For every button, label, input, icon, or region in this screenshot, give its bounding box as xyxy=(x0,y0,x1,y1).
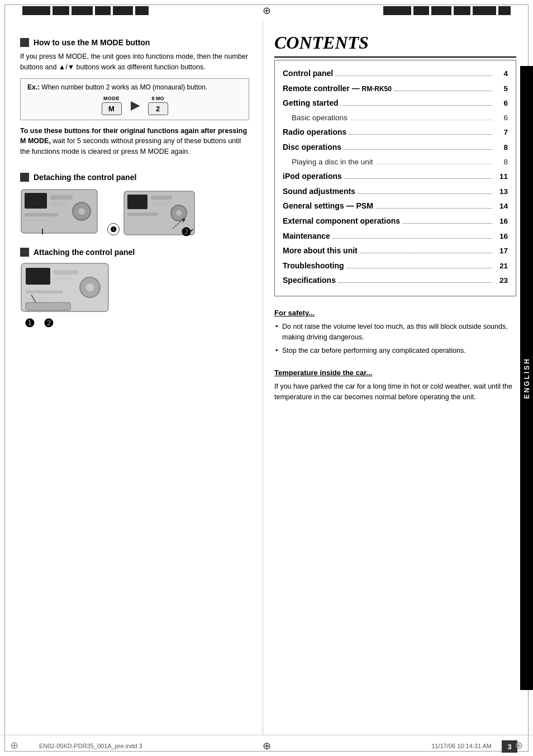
toc-row-general: General settings — PSM 14 xyxy=(283,199,508,214)
safety-title: For safety... xyxy=(274,309,516,317)
safety-section: For safety... Do not raise the volume le… xyxy=(274,309,516,356)
attach-radio-svg xyxy=(20,262,110,313)
num8-mo-group: 8 MO 2 xyxy=(148,96,168,115)
attach-steps: ❶ ❷ xyxy=(25,316,249,330)
svg-rect-1 xyxy=(25,193,47,209)
svg-rect-4 xyxy=(50,195,73,200)
attach-header: Attaching the control panel xyxy=(20,248,249,257)
toc-label-sound: Sound adjustments xyxy=(283,185,355,197)
svg-rect-6 xyxy=(25,213,58,216)
num8-mo-label: 8 MO xyxy=(151,96,164,101)
right-column: CONTENTS Control panel 4 Remote controll… xyxy=(263,21,533,735)
toc-page-radio: 7 xyxy=(494,126,508,139)
toc-row-control-panel: Control panel 4 xyxy=(283,66,508,81)
toc-label-trouble: Troubleshooting xyxy=(283,259,344,272)
svg-rect-5 xyxy=(50,202,67,205)
safety-list: Do not raise the volume level too much, … xyxy=(274,322,516,356)
toc-label-external: External component operations xyxy=(283,215,400,227)
toc-row-trouble: Troubleshooting 21 xyxy=(283,258,508,273)
bottom-crosshair-center: ⊕ xyxy=(263,740,271,752)
toc-dots-playing-disc xyxy=(375,164,492,164)
svg-rect-19 xyxy=(54,270,78,275)
example-box: Ex.: When number button 2 works as MO (m… xyxy=(20,78,249,120)
toc-label-more: More about this unit xyxy=(283,244,358,257)
bottom-bar: ⊕ EN02-05KD-PDR35_001A_pre.indd 3 ⊕ 11/1… xyxy=(0,735,533,756)
attach-step-1: ❶ xyxy=(25,316,35,330)
num2-button: 2 xyxy=(148,102,168,115)
toc-label-general: General settings — PSM xyxy=(283,200,373,212)
attach-step-2: ❷ xyxy=(44,316,54,330)
toc-dots-external xyxy=(402,223,492,224)
contents-title: CONTENTS xyxy=(274,32,516,53)
bar-block-r3 xyxy=(431,6,451,15)
toc-page-control-panel: 4 xyxy=(494,68,508,80)
attach-title: Attaching the control panel xyxy=(34,248,135,257)
toc-row-specs: Specifications 23 xyxy=(283,273,508,288)
bottom-crosshair-right: ⊕ xyxy=(515,739,523,752)
bar-block-3 xyxy=(72,6,93,15)
top-bar-left-blocks xyxy=(22,6,149,15)
svg-point-18 xyxy=(86,284,94,291)
example-ex-label: Ex.: xyxy=(27,83,40,91)
toc-row-playing-disc: Playing a disc in the unit 8 xyxy=(283,155,508,169)
m-mode-cont: wait for 5 seconds without pressing any … xyxy=(20,137,241,155)
toc-page-basic-ops: 6 xyxy=(494,112,508,124)
detach-header: Detaching the control panel xyxy=(20,173,249,182)
temperature-section: Temperature inside the car... If you hav… xyxy=(274,368,516,403)
english-sidebar: ENGLISH xyxy=(520,66,533,690)
toc-dots-trouble xyxy=(346,268,492,268)
svg-rect-9 xyxy=(127,195,147,209)
toc-row-more: More about this unit 17 xyxy=(283,243,508,258)
toc-row-getting-started: Getting started 6 xyxy=(283,96,508,111)
svg-rect-20 xyxy=(54,277,72,280)
bar-block-1 xyxy=(22,6,50,15)
toc-page-sound: 13 xyxy=(494,186,508,198)
toc-page-specs: 23 xyxy=(494,275,508,287)
m-mode-body: If you press M MODE, the unit goes into … xyxy=(20,51,249,73)
m-mode-instruction: To use these buttons for their original … xyxy=(20,126,249,157)
svg-rect-23 xyxy=(26,303,70,310)
toc-dots-more xyxy=(360,253,492,253)
detach-arrow-icon: ↙ xyxy=(186,225,194,238)
bar-block-r6 xyxy=(498,6,511,15)
safety-item-1: Do not raise the volume level too much, … xyxy=(274,322,516,343)
detach-radio-svg-1 xyxy=(20,188,98,234)
top-bar: ⊕ xyxy=(0,0,533,21)
svg-rect-21 xyxy=(26,290,63,294)
toc-page-more: 17 xyxy=(494,245,508,257)
toc-page-playing-disc: 8 xyxy=(494,156,508,168)
bar-block-r1 xyxy=(383,6,411,15)
example-prefix: Ex.: When number button 2 works as MO (m… xyxy=(27,83,242,91)
safety-item-2: Stop the car before performing any compl… xyxy=(274,346,516,356)
bottom-crosshair-left: ⊕ xyxy=(10,739,18,752)
svg-rect-14 xyxy=(127,212,158,216)
toc-label-disc: Disc operations xyxy=(283,141,341,153)
mode-label: MODE xyxy=(103,96,120,101)
toc-label-control-panel: Control panel xyxy=(283,67,333,79)
mode-button-from: MODE M xyxy=(102,96,122,115)
attach-icon xyxy=(20,248,29,257)
toc-page-trouble: 21 xyxy=(494,260,508,272)
svg-rect-22 xyxy=(26,297,53,300)
svg-rect-7 xyxy=(25,219,49,222)
detach-icon xyxy=(20,173,29,182)
svg-point-11 xyxy=(176,210,182,216)
toc-dots-sound xyxy=(358,193,492,194)
bottom-right-text: 11/17/06 10:14:31 AM xyxy=(431,743,492,749)
toc-label-radio: Radio operations xyxy=(283,126,346,138)
temperature-body: If you have parked the car for a long ti… xyxy=(274,381,516,403)
toc-label-specs: Specifications xyxy=(283,274,336,286)
detach-step-1: ❶ xyxy=(107,223,120,235)
toc-dots-basic-ops xyxy=(350,120,492,120)
example-arrow: ▶ xyxy=(131,98,139,112)
toc-row-sound: Sound adjustments 13 xyxy=(283,184,508,199)
toc-label-basic-ops: Basic operations xyxy=(292,112,348,124)
bar-block-2 xyxy=(53,6,69,15)
toc-label-getting-started: Getting started xyxy=(283,97,339,109)
detach-panel-images: ❶ ❷ ↙ xyxy=(20,188,249,238)
toc-box: Control panel 4 Remote controller — RM-R… xyxy=(274,60,516,296)
toc-dots-radio xyxy=(349,134,492,135)
toc-row-maintenance: Maintenance 16 xyxy=(283,229,508,244)
toc-row-basic-ops: Basic operations 6 xyxy=(283,111,508,125)
toc-page-general: 14 xyxy=(494,200,508,212)
